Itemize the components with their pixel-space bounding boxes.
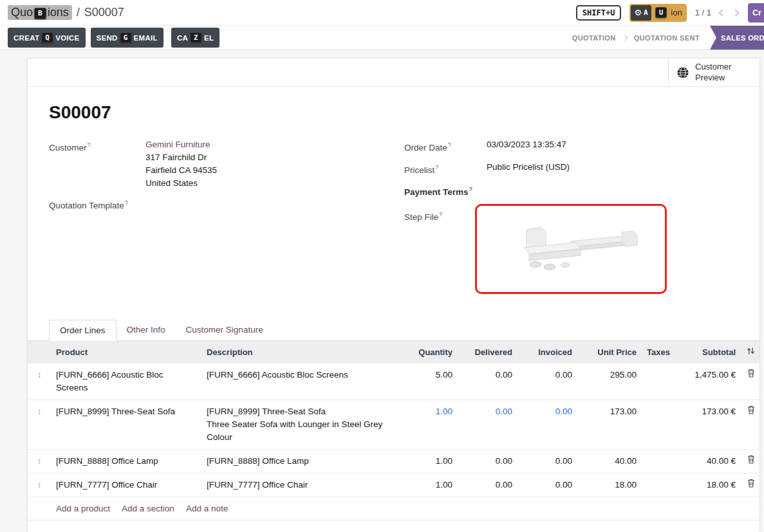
order-line-row[interactable]: ↕ [FURN_8888] Office Lamp [FURN_8888] Of… bbox=[28, 450, 759, 473]
delete-row-button[interactable] bbox=[741, 455, 761, 468]
col-taxes[interactable]: Taxes bbox=[642, 347, 671, 357]
delete-row-button[interactable] bbox=[741, 405, 761, 418]
invoiced-cell[interactable]: 0.00 bbox=[517, 369, 577, 381]
delete-row-button[interactable] bbox=[741, 479, 761, 491]
order-line-row[interactable]: ↕ [FURN_8999] Three-Seat Sofa [FURN_8999… bbox=[28, 400, 759, 450]
form-fields: Customer? Gemini Furniture 317 Fairchild… bbox=[28, 123, 759, 300]
delete-row-button[interactable] bbox=[741, 369, 761, 381]
pager-previous-icon[interactable] bbox=[718, 9, 725, 16]
notebook-tabs: Order Lines Other Info Customer Signatur… bbox=[28, 320, 759, 341]
quantity-cell[interactable]: 5.00 bbox=[397, 369, 458, 381]
invoiced-cell[interactable]: 0.00 bbox=[517, 405, 577, 418]
help-icon: ? bbox=[125, 199, 128, 206]
step-file-label: Step File? bbox=[404, 208, 487, 294]
unit-price-cell[interactable]: 173.00 bbox=[577, 405, 642, 418]
trash-icon bbox=[747, 479, 755, 488]
add-product-link[interactable]: Add a product bbox=[56, 504, 110, 513]
delivered-cell[interactable]: 0.00 bbox=[458, 479, 517, 491]
create-button-clipped[interactable]: Cr bbox=[748, 3, 764, 23]
stage-quotation[interactable]: QUOTATION bbox=[566, 34, 622, 42]
product-cell[interactable]: [FURN_8999] Three-Seat Sofa bbox=[51, 405, 201, 418]
adjust-columns-icon bbox=[747, 347, 755, 355]
customer-preview-button[interactable]: Customer Preview bbox=[668, 59, 759, 86]
stage-quotation-sent[interactable]: QUOTATION SENT bbox=[628, 34, 706, 42]
order-line-row[interactable]: ↕ [FURN_7777] Office Chair [FURN_7777] O… bbox=[28, 473, 759, 497]
customer-address-line: United States bbox=[145, 177, 217, 190]
field-customer: Customer? Gemini Furniture 317 Fairchild… bbox=[49, 138, 404, 190]
field-order-date: Order Date? 03/03/2023 13:35:47 bbox=[404, 138, 738, 154]
col-product[interactable]: Product bbox=[51, 347, 201, 357]
hint-badge-b: B bbox=[34, 8, 46, 19]
help-icon: ? bbox=[469, 186, 473, 192]
step-file-image-highlighted[interactable] bbox=[475, 204, 667, 294]
stage-sales-order-active[interactable]: SALES ORD bbox=[710, 26, 764, 50]
gear-icon: ⚙A bbox=[631, 5, 651, 21]
send-email-button[interactable]: SENDGEMAIL bbox=[91, 28, 163, 48]
status-bar: QUOTATION QUOTATION SENT SALES ORD bbox=[566, 26, 764, 50]
form-sheet: Customer Preview S00007 Customer? Gemini… bbox=[27, 58, 760, 532]
tab-customer-signature[interactable]: Customer Signature bbox=[176, 320, 274, 340]
col-delivered[interactable]: Delivered bbox=[458, 347, 517, 357]
description-cell[interactable]: [FURN_6666] Acoustic Bloc Screens bbox=[201, 369, 397, 381]
quantity-cell[interactable]: 1.00 bbox=[397, 455, 458, 468]
col-quantity[interactable]: Quantity bbox=[397, 347, 458, 357]
customer-link[interactable]: Gemini Furniture bbox=[145, 140, 210, 149]
shortcut-badge-shift-u: SHIFT+U bbox=[576, 5, 622, 21]
breadcrumb-current: S00007 bbox=[84, 6, 124, 19]
hint-badge-g: G bbox=[120, 32, 132, 44]
invoiced-cell[interactable]: 0.00 bbox=[517, 479, 577, 491]
product-cell[interactable]: [FURN_8888] Office Lamp bbox=[51, 455, 201, 468]
action-menu-button[interactable]: ⚙A U ion bbox=[629, 4, 686, 22]
field-step-file: Step File? bbox=[404, 208, 738, 294]
breadcrumb-quotations-link[interactable]: QuoBions bbox=[8, 5, 72, 20]
drag-handle-icon[interactable]: ↕ bbox=[28, 455, 51, 468]
customer-address-line: 317 Fairchild Dr bbox=[145, 151, 217, 164]
control-panel-action-bar: CREATQVOICE SENDGEMAIL CAZEL QUOTATION Q… bbox=[0, 26, 764, 50]
help-icon: ? bbox=[439, 211, 442, 217]
invoiced-cell[interactable]: 0.00 bbox=[517, 455, 577, 468]
drag-handle-icon[interactable]: ↕ bbox=[28, 479, 51, 491]
optional-columns-toggle[interactable] bbox=[741, 347, 761, 357]
tab-order-lines[interactable]: Order Lines bbox=[49, 320, 116, 341]
quantity-cell[interactable]: 1.00 bbox=[397, 405, 458, 418]
delivered-cell[interactable]: 0.00 bbox=[458, 369, 517, 381]
order-date-label: Order Date? bbox=[404, 138, 487, 154]
help-icon: ? bbox=[448, 142, 451, 148]
add-note-link[interactable]: Add a note bbox=[186, 504, 228, 513]
description-cell[interactable]: [FURN_7777] Office Chair bbox=[201, 479, 397, 491]
pricelist-value[interactable]: Public Pricelist (USD) bbox=[487, 161, 570, 177]
unit-price-cell[interactable]: 18.00 bbox=[577, 479, 642, 491]
drag-handle-icon[interactable]: ↕ bbox=[28, 405, 51, 418]
trash-icon bbox=[747, 455, 755, 464]
col-unit-price[interactable]: Unit Price bbox=[577, 347, 642, 357]
product-cell[interactable]: [FURN_7777] Office Chair bbox=[51, 479, 201, 491]
add-section-link[interactable]: Add a section bbox=[122, 504, 174, 513]
hint-badge-u: U bbox=[655, 7, 667, 19]
customer-address-line: Fairfield CA 94535 bbox=[145, 164, 217, 177]
delivered-cell[interactable]: 0.00 bbox=[458, 405, 517, 418]
cancel-button[interactable]: CAZEL bbox=[171, 28, 219, 48]
col-subtotal[interactable]: Subtotal bbox=[671, 347, 741, 357]
quantity-cell[interactable]: 1.00 bbox=[397, 479, 458, 491]
order-lines-footer: Add a product Add a section Add a note bbox=[28, 497, 759, 520]
col-description[interactable]: Description bbox=[201, 347, 397, 357]
order-line-row[interactable]: ↕ [FURN_6666] Acoustic Bloc Screens [FUR… bbox=[28, 363, 759, 400]
product-cell[interactable]: [FURN_6666] Acoustic Bloc Screens bbox=[51, 369, 201, 394]
sheet-bottom: Terms and conditions... Total: 1,706.00 … bbox=[28, 520, 759, 532]
description-cell[interactable]: [FURN_8999] Three-Seat Sofa Three Seater… bbox=[201, 405, 397, 444]
unit-price-cell[interactable]: 295.00 bbox=[577, 369, 642, 381]
pager-value: 1 / 1 bbox=[695, 8, 711, 17]
sheet-header-strip: Customer Preview bbox=[28, 59, 759, 87]
drag-handle-icon[interactable]: ↕ bbox=[28, 369, 51, 381]
pricelist-label: Pricelist? bbox=[404, 161, 487, 177]
tab-other-info[interactable]: Other Info bbox=[116, 320, 176, 340]
create-invoice-button[interactable]: CREATQVOICE bbox=[8, 28, 86, 48]
col-invoiced[interactable]: Invoiced bbox=[517, 347, 577, 357]
order-date-value[interactable]: 03/03/2023 13:35:47 bbox=[487, 138, 566, 154]
pager-next-icon[interactable] bbox=[732, 9, 739, 16]
delivered-cell[interactable]: 0.00 bbox=[458, 455, 517, 468]
unit-price-cell[interactable]: 40.00 bbox=[577, 455, 642, 468]
description-cell[interactable]: [FURN_8888] Office Lamp bbox=[201, 455, 397, 468]
stage-separator-icon bbox=[622, 35, 627, 40]
step-file-3d-preview bbox=[498, 218, 644, 280]
